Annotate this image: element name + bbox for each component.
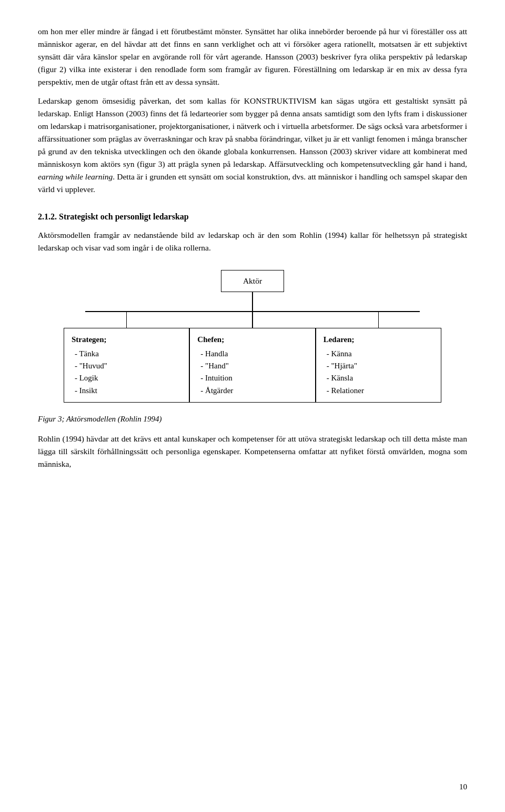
chefen-connector: Chefen; Handla "Hand" Intuition Åtgärder: [189, 312, 315, 403]
strategen-title: Strategen;: [72, 334, 181, 346]
ledaren-item-3: Känsla: [327, 372, 433, 384]
ledaren-item-2: "Hjärta": [327, 360, 433, 372]
actor-box: Aktör: [221, 270, 284, 292]
section-intro: Aktörsmodellen framgår av nedanstående b…: [38, 229, 467, 254]
section-title-text: Strategiskt och personligt ledarskap: [59, 212, 189, 221]
ledaren-vert-line: [378, 312, 379, 328]
chefen-item-1: Handla: [200, 348, 307, 360]
strategen-item-3: Logik: [75, 372, 181, 384]
aktorsmodellen-diagram: Aktör Strategen; Tänka "Huvud" Logik Ins…: [38, 270, 467, 403]
actor-label: Aktör: [243, 276, 262, 285]
closing-paragraph: Rohlin (1994) hävdar att det krävs ett a…: [38, 433, 467, 470]
strategen-list: Tänka "Huvud" Logik Insikt: [72, 348, 181, 397]
strategen-connector: Strategen; Tänka "Huvud" Logik Insikt: [64, 312, 189, 403]
strategen-vert-line: [126, 312, 127, 328]
paragraph-1: om hon mer eller mindre är fångad i ett …: [38, 25, 467, 88]
paragraph-2-italic: earning while learning: [38, 172, 113, 181]
section-heading: 2.1.2. Strategiskt och personligt ledars…: [38, 210, 467, 224]
actor-vertical-line: [252, 292, 253, 311]
paragraph-2: Ledarskap genom ömsesidig påverkan, det …: [38, 95, 467, 196]
paragraph-2-text-before: Ledarskap genom ömsesidig påverkan, det …: [38, 96, 467, 168]
section-number: 2.1.2.: [38, 212, 57, 221]
chefen-title: Chefen;: [197, 334, 307, 346]
figure-caption: Figur 3; Aktörsmodellen (Rohlin 1994): [38, 413, 467, 425]
chefen-item-3: Intuition: [200, 372, 307, 384]
ledaren-item-4: Relationer: [327, 385, 433, 397]
chefen-item-4: Åtgärder: [200, 385, 307, 397]
chefen-item-2: "Hand": [200, 360, 307, 372]
ledaren-box: Ledaren; Känna "Hjärta" Känsla Relatione…: [316, 328, 441, 403]
ledaren-title: Ledaren;: [324, 334, 433, 346]
chefen-list: Handla "Hand" Intuition Åtgärder: [197, 348, 307, 397]
strategen-item-2: "Huvud": [75, 360, 181, 372]
strategen-item-1: Tänka: [75, 348, 181, 360]
ledaren-item-1: Känna: [327, 348, 433, 360]
ledaren-list: Känna "Hjärta" Känsla Relationer: [324, 348, 433, 397]
chefen-box: Chefen; Handla "Hand" Intuition Åtgärder: [189, 328, 315, 403]
strategen-box: Strategen; Tänka "Huvud" Logik Insikt: [64, 328, 189, 403]
chefen-vert-line: [252, 312, 253, 328]
ledaren-connector: Ledaren; Känna "Hjärta" Känsla Relatione…: [316, 312, 441, 403]
strategen-item-4: Insikt: [75, 385, 181, 397]
three-columns: Strategen; Tänka "Huvud" Logik Insikt Ch…: [64, 312, 441, 403]
